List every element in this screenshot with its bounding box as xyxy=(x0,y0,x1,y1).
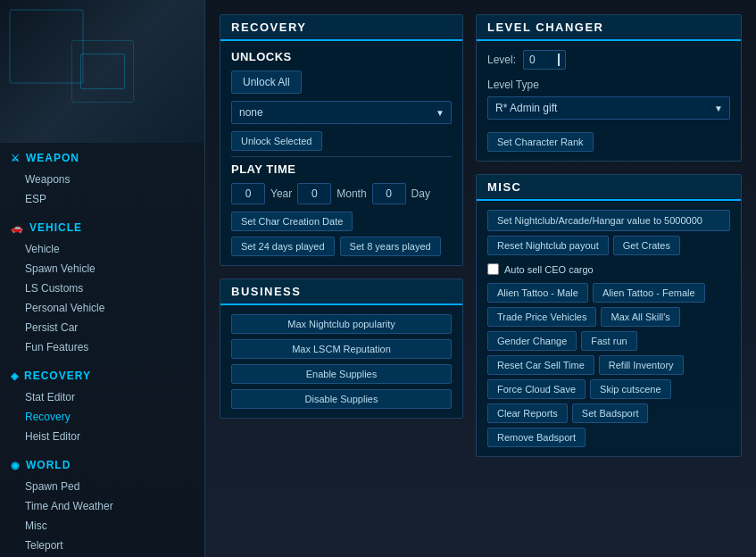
reset-nightclub-payout-button[interactable]: Reset Nightclub payout xyxy=(487,236,609,255)
sidebar-item-fun-features[interactable]: Fun Features xyxy=(0,337,204,357)
sidebar-item-esp[interactable]: ESP xyxy=(0,189,204,209)
auto-sell-checkbox[interactable] xyxy=(487,263,499,275)
unlocks-section-label: UNLOCKS xyxy=(231,50,452,63)
sidebar-item-weapons[interactable]: Weapons xyxy=(0,170,204,189)
day-unit-label: Day xyxy=(411,187,430,200)
set-24-days-button[interactable]: Set 24 days played xyxy=(231,237,335,256)
remove-badsport-button[interactable]: Remove Badsport xyxy=(487,428,586,447)
sidebar-item-misc[interactable]: Misc xyxy=(0,516,204,536)
business-panel-body: Max Nightclub popularity Max LSCM Reputa… xyxy=(220,305,462,418)
recovery-panel-body: UNLOCKS Unlock All none ▼ Unlock Selecte… xyxy=(220,41,462,265)
level-changer-panel: LEVEL CHANGER Level: Level Type R* Admin… xyxy=(476,14,742,162)
sidebar-item-ls-customs[interactable]: LS Customs xyxy=(0,278,204,298)
sidebar-item-heist-editor[interactable]: Heist Editor xyxy=(0,427,204,446)
level-type-dropdown[interactable]: R* Admin gift xyxy=(487,96,730,120)
force-cloud-save-button[interactable]: Force Cloud Save xyxy=(487,379,586,399)
misc-buttons: Set Nightclub/Arcade/Hangar value to 500… xyxy=(487,210,730,447)
sidebar-item-spawn-vehicle[interactable]: Spawn Vehicle xyxy=(0,259,204,278)
set-character-rank-button[interactable]: Set Character Rank xyxy=(487,132,594,152)
get-crates-button[interactable]: Get Crates xyxy=(613,236,680,255)
set-badsport-button[interactable]: Set Badsport xyxy=(572,403,649,423)
sidebar-category-recovery[interactable]: ◈ RECOVERY xyxy=(0,364,204,387)
level-changer-body: Level: Level Type R* Admin gift ▼ Se xyxy=(477,41,741,161)
sidebar-category-vehicle[interactable]: 🚗 VEHICLE xyxy=(0,216,204,239)
recovery-panel: RECOVERY UNLOCKS Unlock All none ▼ Unloc… xyxy=(220,14,463,266)
sidebar-section-weapon: ⚔ WEAPON Weapons ESP xyxy=(0,143,204,212)
misc-panel-body: Set Nightclub/Arcade/Hangar value to 500… xyxy=(477,201,741,456)
max-all-skills-button[interactable]: Max All Skill's xyxy=(601,307,679,327)
level-row: Level: xyxy=(487,50,730,70)
recovery-icon: ◈ xyxy=(11,370,19,382)
sidebar-item-personal-vehicle[interactable]: Personal Vehicle xyxy=(0,298,204,318)
left-panel: RECOVERY UNLOCKS Unlock All none ▼ Unloc… xyxy=(220,14,463,543)
clear-reports-button[interactable]: Clear Reports xyxy=(487,403,568,423)
business-panel: BUSINESS Max Nightclub popularity Max LS… xyxy=(220,278,463,419)
unlock-all-button[interactable]: Unlock All xyxy=(231,71,302,94)
sidebar: ⚔ WEAPON Weapons ESP 🚗 VEHICLE Vehicle S… xyxy=(0,0,205,557)
alien-tattoo-male-button[interactable]: Alien Tattoo - Male xyxy=(487,283,588,303)
year-unit-label: Year xyxy=(270,187,292,200)
sidebar-bg-image xyxy=(0,0,204,143)
level-type-dropdown-wrapper: R* Admin gift ▼ xyxy=(487,96,730,120)
month-input[interactable] xyxy=(297,183,331,204)
set-char-creation-date-button[interactable]: Set Char Creation Date xyxy=(231,212,353,231)
max-lscm-button[interactable]: Max LSCM Reputation xyxy=(231,339,452,359)
main-content: RECOVERY UNLOCKS Unlock All none ▼ Unloc… xyxy=(205,0,756,557)
unlock-dropdown-wrapper: none ▼ xyxy=(231,101,452,124)
enable-supplies-button[interactable]: Enable Supplies xyxy=(231,364,452,384)
unlock-dropdown[interactable]: none xyxy=(231,101,452,124)
set-nightclub-value-button[interactable]: Set Nightclub/Arcade/Hangar value to 500… xyxy=(487,210,730,231)
misc-panel: MISC Set Nightclub/Arcade/Hangar value t… xyxy=(476,174,742,457)
fast-run-button[interactable]: Fast run xyxy=(581,331,636,351)
right-panel: LEVEL CHANGER Level: Level Type R* Admin… xyxy=(476,14,742,543)
level-changer-header: LEVEL CHANGER xyxy=(477,15,741,41)
world-icon: ◉ xyxy=(11,460,21,471)
alien-tattoo-female-button[interactable]: Alien Tattoo - Female xyxy=(593,283,705,303)
sidebar-item-recovery[interactable]: Recovery xyxy=(0,407,204,427)
refill-inventory-button[interactable]: Refill Inventory xyxy=(599,355,684,375)
sidebar-section-world: ◉ WORLD Spawn Ped Time And Weather Misc … xyxy=(0,450,204,557)
sidebar-item-spawn-ped[interactable]: Spawn Ped xyxy=(0,477,204,496)
sidebar-item-stat-editor[interactable]: Stat Editor xyxy=(0,387,204,407)
year-input[interactable] xyxy=(231,183,265,204)
reset-car-sell-time-button[interactable]: Reset Car Sell Time xyxy=(487,355,594,375)
level-label: Level: xyxy=(487,54,516,66)
month-unit-label: Month xyxy=(336,187,366,200)
day-input[interactable] xyxy=(372,183,406,204)
sidebar-item-time-weather[interactable]: Time And Weather xyxy=(0,496,204,516)
level-cursor xyxy=(558,54,560,66)
max-nightclub-button[interactable]: Max Nightclub popularity xyxy=(231,314,452,334)
weapon-icon: ⚔ xyxy=(11,153,21,164)
playtime-inputs: Year Month Day xyxy=(231,183,452,204)
auto-sell-label: Auto sell CEO cargo xyxy=(504,264,594,275)
level-input[interactable] xyxy=(529,54,556,66)
playtime-buttons: Set Char Creation Date Set 24 days playe… xyxy=(231,212,452,256)
trade-price-vehicles-button[interactable]: Trade Price Vehicles xyxy=(487,307,596,327)
vehicle-icon: 🚗 xyxy=(11,222,24,234)
sidebar-category-weapon[interactable]: ⚔ WEAPON xyxy=(0,146,204,170)
sidebar-section-vehicle: 🚗 VEHICLE Vehicle Spawn Vehicle LS Custo… xyxy=(0,212,204,361)
set-8-years-button[interactable]: Set 8 years played xyxy=(340,237,441,256)
skip-cutscene-button[interactable]: Skip cutscene xyxy=(590,379,670,399)
business-buttons: Max Nightclub popularity Max LSCM Reputa… xyxy=(231,314,452,409)
unlock-selected-button[interactable]: Unlock Selected xyxy=(231,131,322,151)
disable-supplies-button[interactable]: Disable Supplies xyxy=(231,389,452,409)
level-type-label: Level Type xyxy=(487,79,730,91)
auto-sell-checkbox-row: Auto sell CEO cargo xyxy=(487,260,730,278)
sidebar-item-teleport[interactable]: Teleport xyxy=(0,536,204,555)
gender-change-button[interactable]: Gender Change xyxy=(487,331,577,351)
sidebar-category-world[interactable]: ◉ WORLD xyxy=(0,453,204,477)
business-panel-header: BUSINESS xyxy=(220,279,462,305)
sidebar-item-persist-car[interactable]: Persist Car xyxy=(0,318,204,337)
misc-panel-header: MISC xyxy=(477,175,741,201)
sidebar-item-vehicle[interactable]: Vehicle xyxy=(0,239,204,259)
recovery-panel-header: RECOVERY xyxy=(220,15,462,41)
sidebar-section-recovery: ◈ RECOVERY Stat Editor Recovery Heist Ed… xyxy=(0,361,204,450)
playtime-section-label: Play Time xyxy=(231,162,452,176)
